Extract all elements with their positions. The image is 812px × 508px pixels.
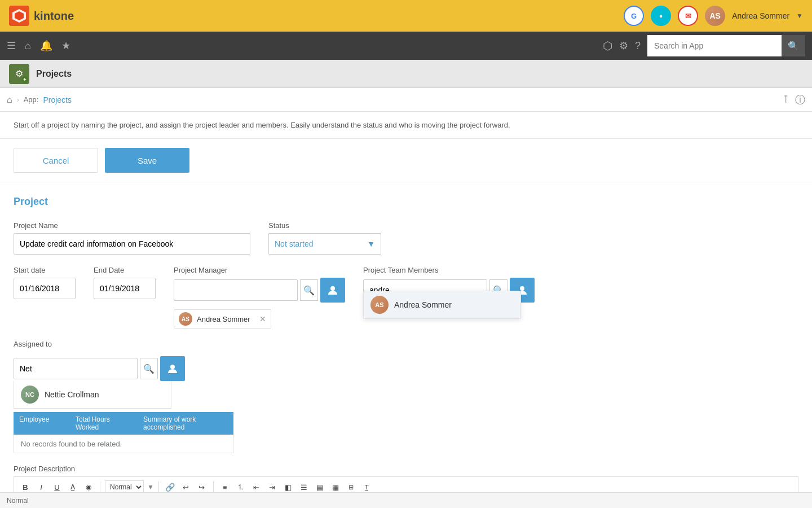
breadcrumb-bar: ⌂ › App: Projects ⊺ ⓘ [0, 88, 812, 112]
breadcrumb-info-icon[interactable]: ⓘ [795, 93, 805, 107]
assigned-avatar-face: NC [21, 386, 39, 404]
project-manager-search-row: 🔍 [174, 278, 345, 303]
project-name-group: Project Name [14, 221, 250, 255]
no-records-text: No records found to be related. [21, 440, 122, 448]
svg-point-3 [330, 286, 335, 291]
status-group: Status Not started ▼ [268, 221, 381, 255]
end-date-group: End Date [94, 266, 156, 299]
suggestion-avatar: AS [370, 296, 389, 314]
user-menu-chevron[interactable]: ▼ [796, 12, 803, 20]
notifications-icon[interactable]: 🔔 [40, 40, 52, 52]
toolbar-sep-1 [100, 481, 100, 493]
status-label: Status [268, 221, 381, 230]
avatar-face: AS [705, 6, 725, 26]
svg-point-5 [170, 365, 175, 369]
project-name-label: Project Name [14, 221, 250, 230]
project-manager-picker-btn[interactable] [320, 278, 345, 303]
project-desc-label: Project Description [14, 465, 798, 473]
end-date-input[interactable] [94, 278, 156, 299]
suggestion-name: Andrea Sommer [394, 300, 452, 309]
settings-icon[interactable]: ⚙ [619, 40, 628, 52]
suggestion-avatar-face: AS [370, 296, 389, 314]
project-manager-group: Project Manager 🔍 AS Andrea Sommer ✕ [174, 266, 345, 329]
pm-selected-name: Andrea Sommer [197, 315, 250, 323]
save-button[interactable]: Save [105, 148, 189, 173]
kintone-logo-icon [9, 6, 29, 26]
project-name-input[interactable] [14, 233, 250, 255]
app-description: Start off a project by naming the projec… [0, 112, 812, 139]
top-header: kintone G ● ✉ AS Andrea Sommer ▼ [0, 0, 812, 32]
header-right: G ● ✉ AS Andrea Sommer ▼ [624, 6, 803, 26]
user-avatar[interactable]: AS [705, 6, 725, 26]
related-col-employee: Employee [14, 412, 70, 435]
search-button[interactable]: 🔍 [782, 35, 805, 56]
pm-remove-btn[interactable]: ✕ [259, 314, 266, 323]
assigned-to-picker-btn[interactable] [160, 356, 185, 381]
related-col-summary: Summary of work accomplished [138, 412, 233, 435]
toolbar-sep-2 [158, 481, 159, 493]
breadcrumb-app-label: App: [24, 95, 39, 104]
nav-bar: ☰ ⌂ 🔔 ★ ⬡ ⚙ ? 🔍 [0, 32, 812, 60]
status-dropdown[interactable]: Not started ▼ [268, 233, 381, 255]
search-input[interactable] [647, 35, 782, 56]
team-members-label: Project Team Members [363, 266, 535, 274]
favorites-icon[interactable]: ★ [61, 40, 70, 52]
form-section-title: Project [14, 196, 798, 208]
assigned-suggestion-name: Nettie Crollman [45, 390, 99, 399]
related-table-header: Employee Total Hours Worked Summary of w… [14, 412, 233, 435]
team-members-suggestion-item[interactable]: AS Andrea Sommer [364, 291, 520, 318]
help-icon[interactable]: ? [635, 40, 641, 52]
status-chevron-icon: ▼ [367, 239, 375, 248]
toolbar-sep-3 [213, 481, 214, 493]
related-table-body: No records found to be related. [14, 435, 233, 453]
hamburger-icon[interactable]: ☰ [7, 40, 16, 52]
assigned-to-label: Assigned to [14, 340, 52, 348]
status-value: Not started [275, 239, 313, 248]
font-size-chevron: ▼ [147, 483, 154, 491]
circle-icon[interactable]: ● [651, 6, 671, 26]
start-date-group: Start date [14, 266, 76, 299]
assigned-suggestion-item[interactable]: NC Nettie Crollman [14, 381, 171, 408]
project-manager-search-input[interactable] [174, 279, 298, 301]
breadcrumb-filter-icon[interactable]: ⊺ [783, 93, 788, 107]
breadcrumb-home-icon[interactable]: ⌂ [7, 95, 12, 105]
assigned-to-search-btn[interactable]: 🔍 [140, 358, 158, 379]
assigned-suggestion: NC Nettie Crollman [14, 381, 171, 409]
nav-right: ⬡ ⚙ ? 🔍 [603, 35, 805, 56]
project-manager-selected: AS Andrea Sommer ✕ [174, 309, 271, 329]
home-icon[interactable]: ⌂ [25, 40, 31, 52]
person-icon [327, 284, 338, 296]
pm-avatar-face: AS [179, 312, 192, 326]
form-row-1: Project Name Status Not started ▼ [14, 221, 798, 255]
app-settings-icon[interactable]: ⚙ ✦ [9, 64, 29, 84]
start-date-label: Start date [14, 266, 76, 274]
app-logo-text: kintone [34, 10, 74, 23]
cancel-button[interactable]: Cancel [14, 148, 98, 173]
assigned-suggestion-avatar: NC [21, 386, 39, 404]
status-bar: Normal [0, 492, 812, 508]
related-table: Employee Total Hours Worked Summary of w… [14, 412, 233, 453]
assigned-section: 🔍 NC Nettie Crollman [14, 356, 233, 453]
form-row-2: Start date End Date Project Manager 🔍 [14, 266, 798, 329]
app-header: ⚙ ✦ Projects [0, 60, 812, 88]
description-text: Start off a project by naming the projec… [14, 121, 510, 129]
pm-selected-avatar: AS [179, 312, 192, 326]
mail-icon[interactable]: ✉ [678, 6, 698, 26]
form-area: Project Project Name Status Not started … [0, 182, 812, 508]
svg-point-4 [520, 286, 524, 291]
user-name: Andrea Sommer [732, 11, 789, 20]
team-members-suggestion-dropdown: AS Andrea Sommer [363, 291, 521, 319]
breadcrumb-separator: › [17, 96, 19, 104]
google-services-icon[interactable]: G [624, 6, 644, 26]
deploy-icon[interactable]: ⬡ [603, 39, 612, 52]
start-date-input[interactable] [14, 278, 76, 299]
form-row-3: Assigned to 🔍 NC Nettie Crollm [14, 340, 798, 453]
assigned-search-row: 🔍 [14, 356, 233, 381]
logo-area: kintone [9, 6, 74, 26]
search-container: 🔍 [647, 35, 805, 56]
project-manager-label: Project Manager [174, 266, 345, 274]
breadcrumb-app-link[interactable]: Projects [43, 95, 72, 104]
assigned-to-input[interactable] [14, 358, 138, 379]
project-manager-search-btn[interactable]: 🔍 [300, 279, 318, 301]
person-icon-3 [167, 363, 178, 374]
